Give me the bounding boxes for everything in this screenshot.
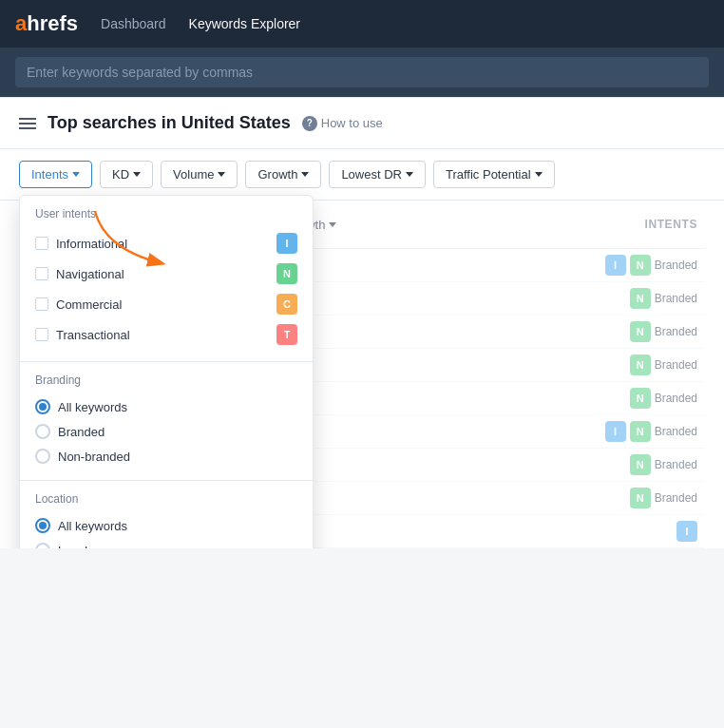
lowest-dr-chevron-icon (406, 172, 413, 177)
help-icon: ? (302, 116, 317, 131)
kd-filter-button[interactable]: KD (100, 161, 153, 188)
branding-branded-radio-row[interactable]: Branded (35, 419, 297, 444)
transactional-checkbox[interactable] (35, 328, 48, 341)
branding-label: Branding (35, 374, 297, 387)
branding-branded-radio[interactable] (35, 424, 50, 439)
volume-chevron-icon (218, 172, 225, 177)
location-all-label: All keywords (58, 519, 127, 533)
lowest-dr-filter-button[interactable]: Lowest DR (329, 161, 426, 188)
main-content: Top searches in United States ? How to u… (0, 97, 724, 548)
branding-branded-label: Branded (58, 425, 105, 439)
transactional-badge: T (276, 324, 297, 345)
location-all-radio[interactable] (35, 518, 50, 533)
commercial-checkbox[interactable] (35, 297, 48, 311)
user-intents-label: User intents (35, 207, 297, 220)
growth-filter-label: Growth (257, 167, 297, 182)
intent-badge-n-3: N (630, 321, 651, 342)
traffic-potential-filter-button[interactable]: Traffic Potential (433, 161, 555, 188)
intent-badge-i: I (605, 255, 626, 276)
intent-badge-n: N (630, 255, 651, 276)
traffic-potential-chevron-icon (535, 172, 543, 177)
row-intents-weather: I (591, 521, 705, 542)
location-section: Location All keywords Local Non-local (20, 480, 313, 548)
navigational-label: Navigational (56, 267, 124, 281)
growth-sort-chevron-icon (329, 222, 336, 227)
branded-text-4: Branded (655, 358, 697, 372)
branded-text-5: Branded (655, 392, 697, 405)
branding-nonbranded-label: Non-branded (58, 450, 130, 464)
filter-bar: Intents KD Volume Growth Lowest DR Traff… (0, 149, 724, 201)
informational-checkbox[interactable] (35, 237, 48, 250)
branding-all-radio-row[interactable]: All keywords (35, 394, 297, 419)
growth-filter-button[interactable]: Growth (245, 161, 321, 188)
lowest-dr-filter-label: Lowest DR (341, 167, 402, 182)
transactional-label: Transactional (56, 328, 130, 342)
row-intents-6: I N Branded (591, 421, 705, 442)
location-local-label: Local (58, 544, 87, 549)
growth-chevron-icon (301, 172, 309, 177)
user-intents-section: User intents Informational I Navigationa… (20, 196, 313, 361)
branding-all-radio[interactable] (35, 399, 50, 414)
branding-nonbranded-radio-row[interactable]: Non-branded (35, 444, 297, 469)
intent-badge-n-2: N (630, 288, 651, 309)
row-intents-1: I N Branded (591, 255, 705, 276)
branding-all-label: All keywords (58, 400, 127, 414)
informational-badge: I (276, 233, 297, 254)
search-input[interactable] (15, 57, 709, 87)
commercial-label: Commercial (56, 297, 122, 312)
location-label: Location (35, 492, 297, 506)
intents-column-header: Intents (640, 210, 705, 239)
intent-badge-i-weather: I (676, 521, 697, 542)
page-header: Top searches in United States ? How to u… (0, 98, 724, 149)
intents-dropdown: User intents Informational I Navigationa… (19, 195, 314, 548)
row-intents-8: N Branded (591, 488, 705, 508)
intent-badge-n-5: N (630, 388, 651, 409)
branded-text-7: Branded (655, 458, 697, 471)
branded-text-6: Branded (655, 425, 697, 438)
how-to-use-label: How to use (321, 116, 383, 130)
intent-badge-n-8: N (630, 488, 651, 508)
branded-text-8: Branded (655, 491, 697, 505)
hamburger-menu-icon[interactable] (19, 118, 36, 129)
top-navigation: ahrefs Dashboard Keywords Explorer (0, 0, 724, 48)
location-local-radio-row[interactable]: Local (35, 538, 297, 548)
row-intents-5: N Branded (591, 388, 705, 409)
branded-text-3: Branded (655, 325, 697, 338)
intents-filter-button[interactable]: Intents (19, 161, 92, 188)
intents-chevron-icon (72, 172, 80, 177)
commercial-checkbox-row[interactable]: Commercial C (35, 289, 297, 319)
how-to-use-button[interactable]: ? How to use (302, 116, 383, 131)
nav-dashboard[interactable]: Dashboard (101, 16, 166, 31)
logo[interactable]: ahrefs (15, 11, 78, 36)
navigational-checkbox-row[interactable]: Navigational N (35, 259, 297, 289)
navigational-badge: N (276, 263, 297, 284)
volume-filter-button[interactable]: Volume (161, 161, 238, 188)
nav-keywords-explorer[interactable]: Keywords Explorer (189, 16, 301, 31)
kd-filter-label: KD (112, 167, 129, 182)
branded-text-1: Branded (655, 259, 697, 272)
intent-badge-n-7: N (630, 454, 651, 475)
branding-nonbranded-radio[interactable] (35, 449, 50, 464)
kd-chevron-icon (133, 172, 141, 177)
traffic-potential-filter-label: Traffic Potential (446, 167, 531, 182)
transactional-checkbox-row[interactable]: Transactional T (35, 319, 297, 350)
row-intents-3: N Branded (591, 321, 705, 342)
navigational-checkbox[interactable] (35, 267, 48, 280)
intent-badge-n-4: N (630, 354, 651, 375)
location-local-radio[interactable] (35, 543, 50, 548)
intent-badge-n-6: N (630, 421, 651, 442)
informational-checkbox-row[interactable]: Informational I (35, 228, 297, 259)
volume-filter-label: Volume (173, 167, 214, 182)
location-all-radio-row[interactable]: All keywords (35, 513, 297, 538)
intents-filter-label: Intents (31, 167, 68, 182)
informational-label: Informational (56, 237, 127, 251)
location-all-radio-inner (39, 522, 47, 529)
row-intents-4: N Branded (591, 354, 705, 375)
branding-all-radio-inner (39, 403, 47, 411)
branding-section: Branding All keywords Branded Non-brande… (20, 361, 313, 480)
row-intents-7: N Branded (591, 454, 705, 475)
page-title: Top searches in United States (48, 113, 291, 133)
branded-text-2: Branded (655, 292, 697, 305)
search-bar-container (0, 48, 724, 97)
intent-badge-i-6: I (605, 421, 626, 442)
